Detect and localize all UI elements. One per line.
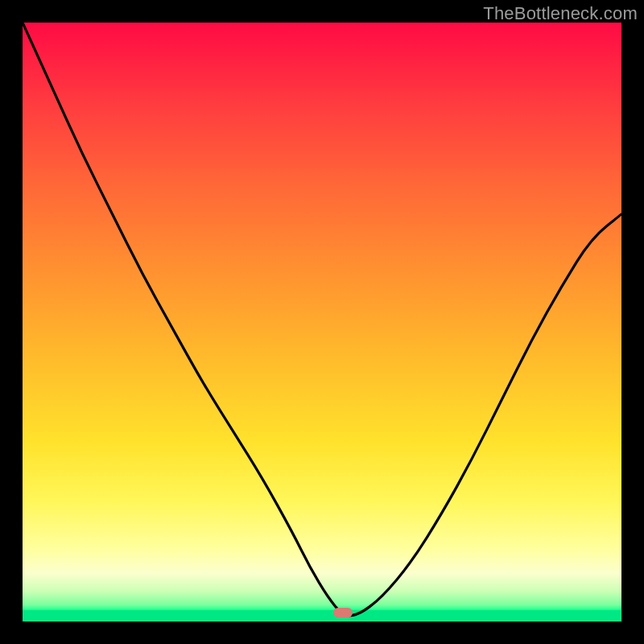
optimal-marker xyxy=(333,608,353,617)
plot-area xyxy=(23,23,621,621)
watermark-text: TheBottleneck.com xyxy=(483,3,638,24)
bottleneck-curve xyxy=(23,23,621,621)
chart-frame: TheBottleneck.com xyxy=(0,0,644,644)
